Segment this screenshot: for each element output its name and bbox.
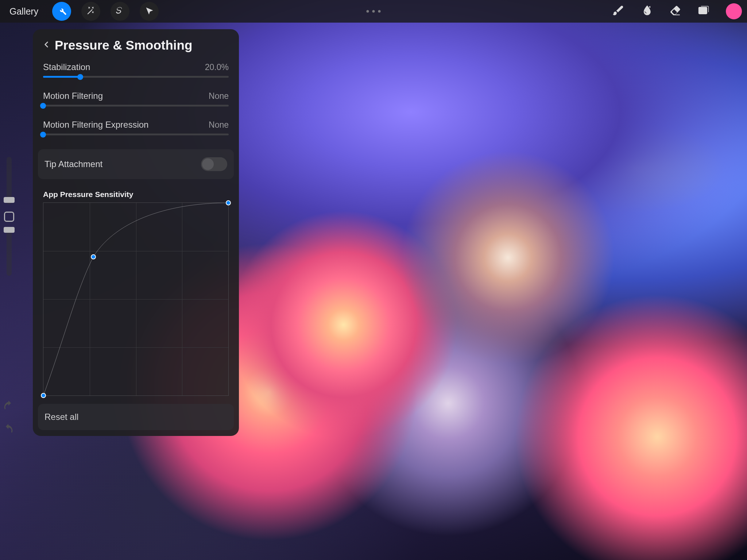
- cursor-arrow-icon: [144, 6, 154, 17]
- selection-s-icon: [115, 6, 125, 17]
- pressure-smoothing-popover: Pressure & Smoothing Stabilization 20.0%…: [33, 29, 239, 436]
- multitask-dots[interactable]: [367, 10, 381, 13]
- slider-thumb[interactable]: [40, 132, 46, 138]
- top-toolbar: Gallery: [0, 0, 747, 23]
- stabilization-slider-row: Stabilization 20.0%: [33, 60, 239, 81]
- modify-button[interactable]: [4, 212, 14, 222]
- curve-handle-end[interactable]: [226, 200, 231, 205]
- undo-icon[interactable]: [2, 399, 15, 413]
- stabilization-slider[interactable]: [43, 76, 229, 78]
- slider-label: Motion Filtering Expression: [43, 120, 148, 130]
- selection-button[interactable]: [111, 2, 129, 21]
- color-swatch[interactable]: [726, 3, 742, 19]
- adjustments-wand-button[interactable]: [81, 2, 100, 21]
- redo-icon[interactable]: [2, 423, 15, 437]
- actions-wrench-button[interactable]: [52, 2, 71, 21]
- smudge-icon[interactable]: [640, 4, 653, 18]
- opacity-thumb[interactable]: [4, 227, 15, 233]
- transform-button[interactable]: [140, 2, 159, 21]
- slider-value: None: [209, 91, 229, 101]
- motion-filtering-slider-row: Motion Filtering None: [33, 89, 239, 109]
- gallery-button[interactable]: Gallery: [5, 6, 43, 17]
- popover-title: Pressure & Smoothing: [55, 38, 192, 53]
- reset-all-button[interactable]: Reset all: [38, 404, 234, 430]
- curve-handle-mid[interactable]: [91, 254, 96, 259]
- slider-thumb[interactable]: [77, 74, 83, 80]
- curve-section-title: App Pressure Sensitivity: [33, 179, 239, 202]
- tool-group-right: [612, 3, 742, 19]
- wrench-icon: [57, 6, 67, 17]
- layers-icon[interactable]: [697, 4, 710, 18]
- tool-group-left: [52, 2, 159, 21]
- undo-redo-group: [2, 399, 15, 437]
- left-sliders-rail: [0, 157, 18, 276]
- pressure-curve-editor[interactable]: [43, 202, 229, 396]
- tip-attachment-row: Tip Attachment: [38, 149, 234, 179]
- tip-attachment-toggle[interactable]: [201, 157, 227, 171]
- brush-size-thumb[interactable]: [4, 197, 15, 203]
- wand-icon: [86, 6, 96, 17]
- back-chevron-icon[interactable]: [42, 40, 51, 51]
- curve-path: [43, 203, 228, 395]
- motion-filtering-slider[interactable]: [43, 105, 229, 107]
- brush-icon[interactable]: [612, 4, 624, 18]
- popover-header: Pressure & Smoothing: [33, 36, 239, 60]
- curve-handle-start[interactable]: [41, 393, 46, 398]
- brush-size-slider[interactable]: [7, 157, 12, 204]
- motion-filtering-expression-slider[interactable]: [43, 134, 229, 135]
- slider-thumb[interactable]: [40, 103, 46, 109]
- slider-value: None: [209, 120, 229, 130]
- eraser-icon[interactable]: [669, 4, 681, 18]
- slider-label: Motion Filtering: [43, 91, 103, 101]
- motion-filtering-expression-slider-row: Motion Filtering Expression None: [33, 117, 239, 138]
- opacity-slider[interactable]: [7, 228, 12, 276]
- toggle-label: Tip Attachment: [44, 159, 102, 169]
- slider-label: Stabilization: [43, 62, 90, 72]
- slider-value: 20.0%: [205, 62, 229, 72]
